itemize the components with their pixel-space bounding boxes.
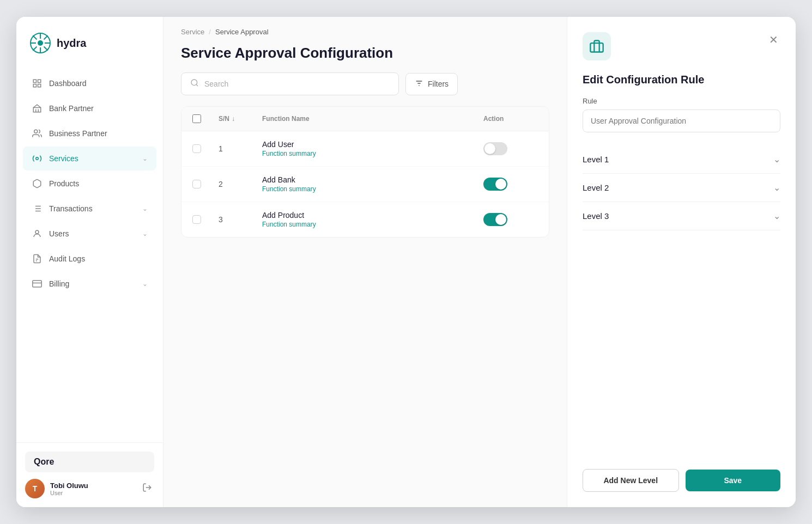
app-name: hydra: [57, 37, 86, 50]
sidebar-item-label: Transactions: [49, 204, 93, 213]
billing-icon: [32, 278, 43, 289]
sidebar: hydra Dashboard Bank Partner: [16, 17, 163, 507]
col-function-name: Function Name: [262, 114, 483, 123]
users-icon: [32, 228, 43, 239]
toggle-switch[interactable]: [483, 213, 507, 226]
table-row: 2 Add Bank Function summary: [181, 167, 549, 202]
user-role: User: [50, 490, 135, 496]
svg-rect-28: [33, 281, 42, 287]
function-summary: Function summary: [262, 185, 483, 193]
sidebar-item-billing[interactable]: Billing ⌄: [23, 272, 156, 296]
sidebar-item-users[interactable]: Users ⌄: [23, 222, 156, 246]
svg-line-7: [44, 47, 48, 51]
table-row: 1 Add User Function summary: [181, 131, 549, 167]
sidebar-item-label: Users: [49, 229, 69, 238]
save-button[interactable]: Save: [686, 470, 781, 491]
hydra-logo-icon: [29, 32, 51, 54]
row-number: 3: [219, 215, 262, 224]
header-checkbox[interactable]: [192, 114, 201, 123]
function-summary: Function summary: [262, 221, 483, 228]
svg-rect-36: [590, 43, 603, 52]
row-checkbox-cell[interactable]: [192, 180, 219, 188]
svg-point-17: [34, 130, 38, 133]
breadcrumb-parent: Service: [181, 28, 204, 36]
logo: hydra: [16, 32, 163, 71]
panel-actions: Add New Level Save: [583, 454, 780, 492]
filter-button[interactable]: Filters: [405, 73, 458, 95]
toolbar: Filters: [163, 72, 567, 106]
panel-top: ✕: [583, 32, 780, 60]
products-icon: [32, 178, 43, 189]
level-name: Level 1: [583, 155, 609, 164]
col-checkbox: [192, 114, 219, 123]
toggle-switch[interactable]: [483, 142, 507, 155]
sidebar-item-audit-logs[interactable]: Audit Logs: [23, 247, 156, 271]
breadcrumb: Service / Service Approval: [163, 17, 567, 36]
row-checkbox[interactable]: [192, 215, 201, 224]
row-checkbox-cell[interactable]: [192, 215, 219, 224]
breadcrumb-current: Service Approval: [215, 28, 269, 36]
close-button[interactable]: ✕: [767, 32, 780, 47]
right-panel: ✕ Edit Configuration Rule Rule Level 1 ⌄…: [567, 17, 796, 507]
toggle-cell[interactable]: [483, 142, 538, 155]
row-checkbox[interactable]: [192, 180, 201, 188]
sidebar-item-products[interactable]: Products: [23, 172, 156, 196]
row-number: 1: [219, 144, 262, 153]
services-icon: [32, 153, 43, 164]
audit-icon: [32, 253, 43, 264]
row-checkbox[interactable]: [192, 144, 201, 153]
avatar: T: [25, 479, 45, 498]
function-cell: Add Product Function summary: [262, 211, 483, 228]
level-chevron-icon[interactable]: ⌄: [773, 154, 780, 164]
levels-list: Level 1 ⌄ Level 2 ⌄ Level 3 ⌄: [583, 145, 780, 230]
svg-point-18: [36, 157, 39, 160]
chevron-down-icon: ⌄: [142, 280, 148, 288]
svg-rect-12: [33, 84, 36, 87]
toggle-cell[interactable]: [483, 178, 538, 191]
sidebar-item-transactions[interactable]: Transactions ⌄: [23, 197, 156, 221]
logout-button[interactable]: [140, 480, 154, 497]
svg-line-32: [196, 84, 198, 86]
sidebar-item-label: Bank Partner: [49, 104, 94, 113]
sidebar-item-label: Billing: [49, 279, 69, 288]
search-box[interactable]: [181, 72, 399, 95]
sidebar-nav: Dashboard Bank Partner Business Partner: [16, 71, 163, 442]
main-content: Service / Service Approval Service Appro…: [163, 17, 567, 507]
table-header: S/N ↓ Function Name Action: [181, 107, 549, 131]
sidebar-item-dashboard[interactable]: Dashboard: [23, 71, 156, 95]
level-chevron-icon[interactable]: ⌄: [773, 211, 780, 221]
col-action: Action: [483, 114, 538, 123]
svg-rect-14: [33, 108, 41, 112]
sidebar-item-business-partner[interactable]: Business Partner: [23, 121, 156, 145]
sidebar-item-services[interactable]: Services ⌄: [23, 147, 156, 170]
rule-input[interactable]: [583, 109, 780, 132]
breadcrumb-separator: /: [209, 28, 211, 36]
toggle-cell[interactable]: [483, 213, 538, 226]
user-name: Tobi Oluwu: [50, 482, 135, 490]
svg-rect-11: [38, 80, 41, 82]
add-new-level-button[interactable]: Add New Level: [583, 469, 679, 492]
level-chevron-icon[interactable]: ⌄: [773, 182, 780, 193]
level-row: Level 3 ⌄: [583, 202, 780, 230]
chevron-down-icon: ⌄: [142, 230, 148, 237]
toggle-switch[interactable]: [483, 178, 507, 191]
svg-line-8: [44, 35, 48, 39]
chevron-down-icon: ⌄: [142, 205, 148, 212]
svg-rect-10: [33, 80, 36, 82]
col-sn: S/N ↓: [219, 114, 262, 123]
level-name: Level 3: [583, 211, 609, 221]
sidebar-item-bank-partner[interactable]: Bank Partner: [23, 96, 156, 120]
level-row: Level 2 ⌄: [583, 174, 780, 202]
qore-badge: Qore: [25, 452, 154, 472]
dashboard-icon: [32, 78, 43, 89]
toggle-knob: [495, 179, 506, 190]
search-input[interactable]: [204, 80, 390, 88]
sidebar-item-label: Audit Logs: [49, 254, 85, 263]
sidebar-bottom: Qore T Tobi Oluwu User: [16, 442, 163, 507]
sidebar-item-label: Services: [49, 154, 78, 163]
sidebar-item-label: Dashboard: [49, 79, 87, 88]
row-checkbox-cell[interactable]: [192, 144, 219, 153]
filter-icon: [415, 79, 423, 89]
svg-rect-13: [38, 84, 41, 87]
user-info: Tobi Oluwu User: [50, 482, 135, 496]
